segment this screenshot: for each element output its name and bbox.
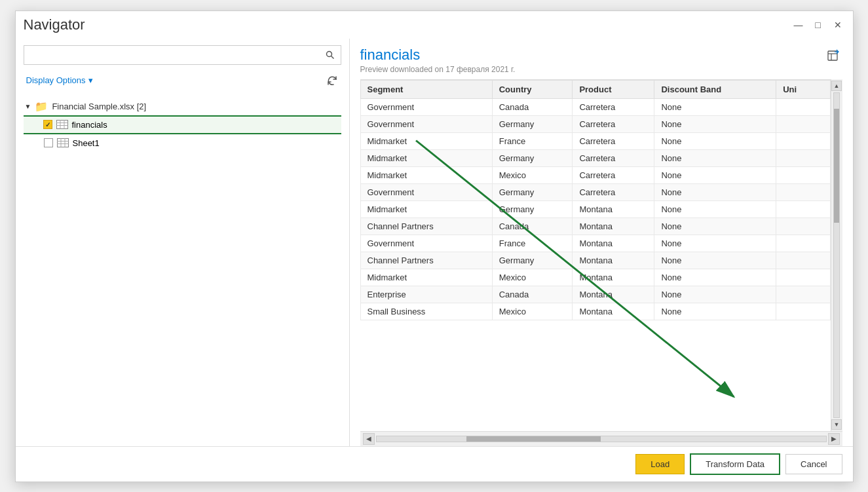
scroll-thumb-horizontal[interactable] bbox=[466, 436, 601, 442]
close-button[interactable]: ✕ bbox=[831, 18, 845, 32]
table-cell: Germany bbox=[492, 200, 573, 218]
scroll-down-arrow[interactable]: ▼ bbox=[831, 419, 842, 430]
table-cell: Government bbox=[360, 115, 492, 132]
display-options-button[interactable]: Display Options ▾ bbox=[24, 74, 96, 86]
title-bar-controls: — □ ✕ bbox=[791, 18, 845, 32]
load-button[interactable]: Load bbox=[635, 454, 685, 474]
table-row: Small BusinessMexicoMontanaNone bbox=[360, 303, 830, 320]
table-cell: Canada bbox=[492, 98, 573, 115]
table-cell: Mexico bbox=[492, 303, 573, 320]
table-cell: Carretera bbox=[573, 183, 654, 200]
svg-rect-2 bbox=[56, 121, 67, 129]
navigator-window: Navigator — □ ✕ Display bbox=[15, 10, 854, 482]
table-cell: None bbox=[654, 269, 776, 286]
table-cell: Mexico bbox=[492, 166, 573, 183]
svg-line-1 bbox=[331, 56, 333, 58]
table-row: MidmarketGermanyMontanaNone bbox=[360, 200, 830, 218]
table-cell: None bbox=[654, 286, 776, 303]
table-row: Channel PartnersGermanyMontanaNone bbox=[360, 252, 830, 269]
scroll-track-vertical[interactable] bbox=[833, 92, 840, 418]
col-discount-band: Discount Band bbox=[654, 80, 776, 98]
display-options-row: Display Options ▾ bbox=[24, 71, 341, 90]
table-cell: Canada bbox=[492, 218, 573, 235]
table-cell-uni bbox=[776, 183, 830, 200]
chevron-down-icon: ▾ bbox=[88, 75, 93, 85]
table-cell: None bbox=[654, 132, 776, 149]
table-cell: Midmarket bbox=[360, 200, 492, 218]
table-row: GovernmentGermanyCarreteraNone bbox=[360, 183, 830, 200]
table-cell: None bbox=[654, 235, 776, 252]
search-bar bbox=[24, 45, 341, 65]
transform-data-button[interactable]: Transform Data bbox=[690, 453, 780, 475]
table-cell: Carretera bbox=[573, 132, 654, 149]
table-cell: Government bbox=[360, 235, 492, 252]
table-cell: France bbox=[492, 132, 573, 149]
scroll-up-arrow[interactable]: ▲ bbox=[831, 81, 842, 91]
folder-icon: 📁 bbox=[35, 100, 48, 113]
table-cell: Carretera bbox=[573, 98, 654, 115]
table-cell: Germany bbox=[492, 252, 573, 269]
table-cell: Midmarket bbox=[360, 149, 492, 166]
cancel-button[interactable]: Cancel bbox=[785, 454, 842, 474]
data-table-container: Segment Country Product Discount Band Un… bbox=[360, 79, 831, 320]
tree-item-sheet1[interactable]: Sheet1 bbox=[24, 134, 341, 152]
search-input[interactable] bbox=[24, 47, 320, 63]
table-row: MidmarketFranceCarreteraNone bbox=[360, 132, 830, 149]
table-cell: Mexico bbox=[492, 269, 573, 286]
table-cell: Midmarket bbox=[360, 132, 492, 149]
preview-info: financials Preview downloaded on 17 февр… bbox=[360, 47, 516, 74]
display-options-label: Display Options bbox=[26, 75, 86, 85]
table-row: GovernmentFranceMontanaNone bbox=[360, 235, 830, 252]
table-cell-uni bbox=[776, 252, 830, 269]
table-cell: Montana bbox=[573, 252, 654, 269]
checkbox-financials[interactable] bbox=[43, 120, 52, 129]
table-cell: None bbox=[654, 303, 776, 320]
preview-icon-button[interactable] bbox=[824, 47, 842, 65]
scroll-left-arrow[interactable]: ◀ bbox=[363, 433, 375, 445]
table-icon-sheet1 bbox=[57, 138, 69, 147]
table-cell: None bbox=[654, 252, 776, 269]
title-bar: Navigator — □ ✕ bbox=[16, 11, 853, 39]
table-row: GovernmentGermanyCarreteraNone bbox=[360, 115, 830, 132]
scroll-track-horizontal[interactable] bbox=[376, 436, 827, 442]
svg-rect-7 bbox=[57, 139, 68, 147]
search-button[interactable] bbox=[320, 46, 341, 64]
preview-title: financials bbox=[360, 47, 516, 64]
table-cell: Midmarket bbox=[360, 166, 492, 183]
table-cell: None bbox=[654, 98, 776, 115]
folder-collapse-arrow[interactable]: ▼ bbox=[25, 103, 31, 110]
table-cell: Enterprise bbox=[360, 286, 492, 303]
table-cell: Germany bbox=[492, 183, 573, 200]
item-label-financials: financials bbox=[72, 120, 107, 130]
table-cell: Carretera bbox=[573, 115, 654, 132]
refresh-button[interactable] bbox=[323, 71, 341, 90]
table-cell-uni bbox=[776, 115, 830, 132]
table-cell-uni bbox=[776, 235, 830, 252]
table-cell-uni bbox=[776, 200, 830, 218]
vertical-scrollbar[interactable]: ▲ ▼ bbox=[831, 79, 842, 431]
folder-name: Financial Sample.xlsx [2] bbox=[52, 102, 146, 111]
bottom-bar: Load Transform Data Cancel bbox=[16, 446, 853, 482]
right-panel: financials Preview downloaded on 17 февр… bbox=[350, 39, 853, 446]
table-cell: Montana bbox=[573, 200, 654, 218]
scroll-thumb-vertical[interactable] bbox=[834, 109, 839, 222]
table-cell-uni bbox=[776, 218, 830, 235]
table-cell: Government bbox=[360, 98, 492, 115]
minimize-button[interactable]: — bbox=[791, 18, 806, 32]
table-cell: None bbox=[654, 149, 776, 166]
table-row: Channel PartnersCanadaMontanaNone bbox=[360, 218, 830, 235]
horizontal-scrollbar[interactable]: ◀ ▶ bbox=[360, 431, 842, 446]
checkbox-sheet1[interactable] bbox=[44, 138, 53, 147]
scroll-right-arrow[interactable]: ▶ bbox=[828, 433, 840, 445]
table-cell: Channel Partners bbox=[360, 252, 492, 269]
table-scroll-area[interactable]: Segment Country Product Discount Band Un… bbox=[360, 79, 831, 431]
table-cell: Canada bbox=[492, 286, 573, 303]
col-segment: Segment bbox=[360, 80, 492, 98]
table-wrapper: Segment Country Product Discount Band Un… bbox=[360, 79, 842, 431]
tree-item-financials[interactable]: financials bbox=[24, 115, 341, 134]
maximize-button[interactable]: □ bbox=[811, 18, 825, 32]
table-cell-uni bbox=[776, 269, 830, 286]
table-cell: Montana bbox=[573, 269, 654, 286]
table-cell: None bbox=[654, 183, 776, 200]
tree-folder: ▼ 📁 Financial Sample.xlsx [2] bbox=[24, 98, 341, 115]
